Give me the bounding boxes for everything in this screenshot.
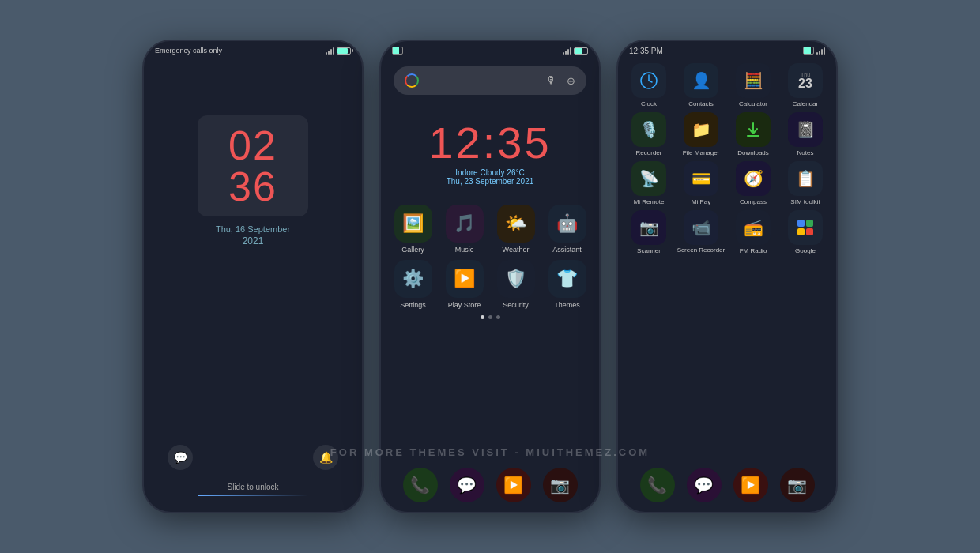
status-bar-3: 12:35 PM bbox=[618, 41, 836, 60]
dock3-messages[interactable]: 💬 bbox=[687, 468, 722, 502]
app-security[interactable]: 🛡️ Security bbox=[493, 260, 538, 309]
dock3-phone[interactable]: 📞 bbox=[640, 468, 675, 502]
contacts-label: Contacts bbox=[688, 100, 714, 107]
status-bar-2 bbox=[381, 41, 599, 60]
compass-label: Compass bbox=[740, 198, 767, 205]
app-calculator[interactable]: 🧮 Calculator bbox=[729, 63, 778, 107]
themes-label: Themes bbox=[554, 301, 580, 309]
search-bar[interactable]: 🎙 ⊕ bbox=[394, 66, 586, 95]
app-music[interactable]: 🎵 Music bbox=[442, 205, 487, 254]
mipay-label: Mi Pay bbox=[692, 198, 710, 205]
app-recorder[interactable]: 🎙️ Recorder bbox=[624, 112, 673, 156]
app-miremote[interactable]: 📡 Mi Remote bbox=[624, 161, 673, 205]
app-filemanager[interactable]: 📁 File Manager bbox=[677, 112, 726, 156]
phone-2-homescreen: 🎙 ⊕ 12:35 Indore Cloudy 26°C Thu, 23 Sep… bbox=[379, 40, 601, 514]
compass-icon: 🧭 bbox=[736, 161, 771, 196]
lock-bottom: 💬 🔔 Slide to unlock bbox=[144, 445, 362, 496]
assistant-icon: 🤖 bbox=[548, 205, 586, 243]
home-weather: Indore Cloudy 26°C bbox=[381, 168, 599, 177]
dock-phone[interactable]: 📞 bbox=[403, 468, 438, 502]
contacts-icon: 👤 bbox=[684, 63, 718, 98]
home-dock: 📞 💬 ▶️ 📷 bbox=[381, 468, 599, 502]
calendar-label: Calendar bbox=[793, 100, 818, 107]
weather-label: Weather bbox=[503, 246, 530, 254]
app-clock[interactable]: Clock bbox=[624, 63, 673, 107]
battery3 bbox=[574, 47, 588, 55]
lock-clock-box: 02 36 bbox=[198, 115, 308, 216]
app-scanner[interactable]: 📷 Scanner bbox=[624, 210, 673, 254]
filemanager-icon: 📁 bbox=[684, 112, 718, 147]
scanner-icon: 📷 bbox=[631, 210, 666, 245]
g2 bbox=[806, 220, 813, 227]
drawer-row-3: 📡 Mi Remote 💳 Mi Pay 🧭 Compass 📋 SIM too… bbox=[624, 161, 830, 205]
sb4 bbox=[824, 47, 825, 55]
clock-label: Clock bbox=[641, 100, 657, 107]
scanner-label: Scanner bbox=[637, 247, 661, 254]
slide-to-unlock[interactable]: Slide to unlock bbox=[144, 483, 362, 496]
lock-year: 2021 bbox=[243, 235, 264, 246]
app-fmradio[interactable]: 📻 FM Radio bbox=[729, 210, 778, 254]
app-calendar[interactable]: Thu 23 Calendar bbox=[781, 63, 830, 107]
google-label: Google bbox=[795, 247, 816, 254]
google-logo bbox=[405, 73, 419, 88]
dock-youtube[interactable]: ▶️ bbox=[496, 468, 531, 502]
miremote-icon: 📡 bbox=[631, 161, 666, 196]
status-right-2 bbox=[563, 47, 588, 55]
app-drawer-grid: Clock 👤 Contacts 🧮 Calculator Thu 23 Cal… bbox=[618, 60, 836, 262]
app-assistant[interactable]: 🤖 Assistant bbox=[545, 205, 590, 254]
assistant-label: Assistant bbox=[552, 246, 582, 254]
app-playstore[interactable]: ▶️ Play Store bbox=[442, 260, 487, 309]
status-time-3: 12:35 PM bbox=[629, 47, 663, 55]
weather-icon: 🌤️ bbox=[497, 205, 535, 243]
home-date: Thu, 23 September 2021 bbox=[381, 177, 599, 186]
calendar-icon: Thu 23 bbox=[788, 63, 823, 98]
app-downloads[interactable]: Downloads bbox=[729, 112, 778, 156]
drawer-row-1: Clock 👤 Contacts 🧮 Calculator Thu 23 Cal… bbox=[624, 63, 830, 107]
notes-icon: 📓 bbox=[788, 112, 823, 147]
bat-fill3 bbox=[575, 48, 582, 54]
phone-3-appdrawer: 12:35 PM bbox=[616, 40, 838, 514]
miremote-label: Mi Remote bbox=[634, 198, 665, 205]
lock-clock-hours: 02 bbox=[213, 125, 292, 166]
app-notes[interactable]: 📓 Notes bbox=[781, 112, 830, 156]
security-label: Security bbox=[503, 301, 529, 309]
battery-fill-p3 bbox=[804, 47, 811, 54]
battery-fill2 bbox=[393, 47, 399, 54]
app-compass[interactable]: 🧭 Compass bbox=[729, 161, 778, 205]
app-weather[interactable]: 🌤️ Weather bbox=[493, 205, 538, 254]
playstore-icon: ▶️ bbox=[446, 260, 484, 298]
signal-3 bbox=[816, 47, 825, 55]
battery-p3 bbox=[803, 47, 814, 55]
notes-label: Notes bbox=[797, 149, 814, 156]
app-grid-row2: ⚙️ Settings ▶️ Play Store 🛡️ Security 👕 … bbox=[381, 260, 599, 309]
app-mipay[interactable]: 💳 Mi Pay bbox=[677, 161, 726, 205]
dot-2 bbox=[488, 315, 492, 319]
b4 bbox=[570, 47, 571, 55]
simtoolkit-icon: 📋 bbox=[788, 161, 823, 196]
dock-messages[interactable]: 💬 bbox=[450, 468, 484, 502]
google-grid bbox=[797, 220, 813, 235]
dock3-camera[interactable]: 📷 bbox=[780, 468, 815, 502]
app-gallery[interactable]: 🖼️ Gallery bbox=[390, 205, 435, 254]
lens-icon: ⊕ bbox=[567, 75, 575, 87]
recorder-icon: 🎙️ bbox=[631, 112, 666, 147]
page-dots bbox=[381, 315, 599, 319]
b2 bbox=[565, 51, 567, 55]
app-google[interactable]: Google bbox=[781, 210, 830, 254]
app-themes[interactable]: 👕 Themes bbox=[545, 260, 590, 309]
dock3-youtube[interactable]: ▶️ bbox=[733, 468, 768, 502]
app-simtoolkit[interactable]: 📋 SIM toolkit bbox=[781, 161, 830, 205]
g1 bbox=[797, 220, 805, 227]
dot-1 bbox=[481, 315, 484, 319]
lock-screen-content: 02 36 Thu, 16 September 2021 bbox=[144, 92, 362, 246]
dock-camera[interactable]: 📷 bbox=[543, 468, 578, 502]
fmradio-icon: 📻 bbox=[736, 210, 771, 245]
themes-icon: 👕 bbox=[548, 260, 586, 298]
simtoolkit-label: SIM toolkit bbox=[790, 198, 820, 205]
status-icons-1 bbox=[326, 47, 351, 55]
music-label: Music bbox=[455, 246, 474, 254]
app-contacts[interactable]: 👤 Contacts bbox=[677, 63, 726, 107]
filemanager-label: File Manager bbox=[683, 149, 720, 156]
app-settings[interactable]: ⚙️ Settings bbox=[390, 260, 435, 309]
app-screenrecorder[interactable]: 📹 Screen Recorder bbox=[677, 210, 726, 254]
